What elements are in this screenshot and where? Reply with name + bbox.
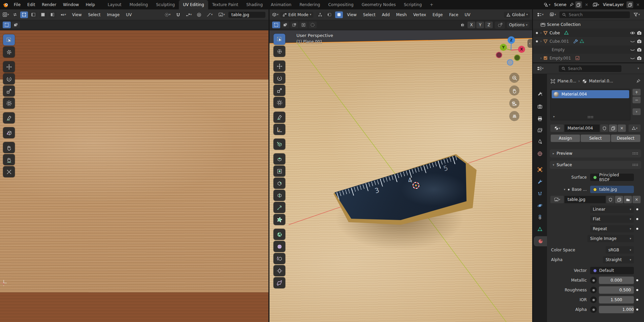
surface-panel-header[interactable]: ▾ Surface xyxy=(550,161,641,169)
properties-options-button[interactable]: ▾ xyxy=(634,65,642,72)
slot-specials-button[interactable]: ▾ xyxy=(633,108,641,115)
mirror-x-toggle[interactable]: X xyxy=(468,22,475,28)
transform-orientation-dropdown[interactable]: Global ▾ xyxy=(504,12,530,18)
image-name-field[interactable]: table.jpg xyxy=(565,196,606,203)
select-mode-edge[interactable] xyxy=(326,11,333,18)
snap-target-dropdown[interactable]: ▾ xyxy=(183,11,194,18)
uv-sync-selection-toggle[interactable] xyxy=(11,11,19,18)
eye-closed-icon[interactable] xyxy=(630,56,635,61)
tab-sculpting[interactable]: Sculpting xyxy=(152,0,179,9)
tab-uv-editing[interactable]: UV Editing xyxy=(179,0,208,9)
outliner-row-cube[interactable]: › Cube xyxy=(533,29,644,37)
scene-unlink-button[interactable]: × xyxy=(583,1,590,8)
remove-slot-button[interactable]: − xyxy=(633,97,641,103)
material-slot-selected[interactable]: Material.004 xyxy=(552,90,629,98)
tab-particles[interactable] xyxy=(533,189,547,199)
vp-tool-shrink-fatten-button[interactable] xyxy=(273,265,285,276)
source-dropdown[interactable]: Single Image▾ xyxy=(587,235,634,242)
menu-file[interactable]: File xyxy=(10,0,24,9)
gizmo-x-axis[interactable]: X xyxy=(518,46,525,53)
editor-type-button[interactable]: ▾ xyxy=(535,65,546,72)
material-name-field[interactable]: Material.004 xyxy=(565,124,600,132)
vp-menu-vertex[interactable]: Vertex xyxy=(411,12,429,17)
eye-closed-icon[interactable] xyxy=(630,47,635,52)
vp-tool-transform-button[interactable] xyxy=(273,97,285,108)
copy-material-button[interactable] xyxy=(609,124,617,132)
tab-shading[interactable]: Shading xyxy=(242,0,267,9)
perspective-toggle-button[interactable] xyxy=(509,111,519,121)
properties-search[interactable] xyxy=(559,65,621,72)
eye-closed-icon[interactable] xyxy=(630,39,635,44)
vp-tool-smooth-button[interactable] xyxy=(273,241,285,252)
tab-layout[interactable]: Layout xyxy=(104,0,126,9)
uv-menu-image[interactable]: Image xyxy=(104,12,123,17)
tab-output[interactable] xyxy=(533,114,547,124)
scene-browse-icon[interactable]: ▾ xyxy=(542,1,551,8)
select-button[interactable]: Select xyxy=(581,135,610,142)
select-mode-intersect-icon[interactable] xyxy=(309,22,317,28)
expand-arrow-icon[interactable]: › xyxy=(540,31,542,35)
tab-object[interactable] xyxy=(533,165,547,175)
viewlayer-browse-icon[interactable]: ▾ xyxy=(591,1,601,8)
camera-visibility-icon[interactable] xyxy=(637,30,642,36)
scene-new-copy-button[interactable] xyxy=(575,1,582,8)
select-mode-set-icon[interactable] xyxy=(3,22,11,28)
image-browse-button[interactable]: ▾ xyxy=(550,196,564,203)
assign-button[interactable]: Assign xyxy=(551,135,580,142)
vp-tool-poly-build-button[interactable] xyxy=(273,214,285,225)
vp-tool-measure-button[interactable] xyxy=(273,124,285,135)
uv-menu-uv[interactable]: UV xyxy=(123,12,134,17)
uv-menu-view[interactable]: View xyxy=(69,12,84,17)
outliner-row-cube-001[interactable]: › Cube.001 xyxy=(533,37,644,45)
viewlayer-name[interactable]: ViewLayer xyxy=(602,2,625,7)
ior-socket[interactable] xyxy=(590,296,597,303)
tab-animation[interactable]: Animation xyxy=(267,0,295,9)
animate-dot[interactable] xyxy=(634,309,641,311)
interpolation-dropdown[interactable]: Linear▾ xyxy=(590,206,634,213)
sidebar-collapse-handle[interactable]: ‹ xyxy=(527,39,532,48)
vp-menu-uv[interactable]: UV xyxy=(462,12,473,17)
animate-dot[interactable] xyxy=(634,228,641,230)
tab-modifiers[interactable] xyxy=(533,177,547,187)
uv-tool-pinch-button[interactable] xyxy=(3,166,15,177)
alpha-mode-dropdown[interactable]: Straight▾ xyxy=(603,256,634,263)
base-color-chip[interactable]: table.jpg xyxy=(590,186,634,193)
uv-select-mode-vertex[interactable] xyxy=(20,11,28,18)
vp-tool-rotate-button[interactable] xyxy=(273,73,285,84)
snapping-magnet-toggle[interactable] xyxy=(174,11,182,18)
vp-tool-scale-button[interactable] xyxy=(273,85,285,96)
select-mode-subtract-icon[interactable] xyxy=(290,22,298,28)
nodetree-dropdown-button[interactable]: ▾ xyxy=(629,124,641,132)
panel-grip-icon[interactable] xyxy=(632,152,638,155)
unlink-image-button[interactable]: × xyxy=(633,196,641,203)
pin-icon[interactable] xyxy=(636,79,641,83)
tab-tool[interactable] xyxy=(533,89,547,99)
gizmo-x-negative[interactable] xyxy=(496,52,502,58)
vp-tool-loop-cut-button[interactable] xyxy=(273,190,285,201)
menu-window[interactable]: Window xyxy=(60,0,82,9)
select-mode-set-icon[interactable] xyxy=(272,22,280,28)
menu-help[interactable]: Help xyxy=(82,0,98,9)
menu-edit[interactable]: Edit xyxy=(24,0,38,9)
animate-dot[interactable] xyxy=(634,208,641,210)
navigation-gizmo[interactable]: Z Y X xyxy=(494,36,532,69)
gizmo-y-axis[interactable]: Y xyxy=(500,44,507,51)
projection-dropdown[interactable]: Flat▾ xyxy=(590,215,634,223)
zoom-button[interactable] xyxy=(509,73,519,83)
select-mode-invert-icon[interactable] xyxy=(299,22,308,28)
uv-select-mode-island[interactable] xyxy=(49,11,56,18)
outliner-filter-type-button[interactable]: ▾ xyxy=(547,11,558,18)
vp-tool-extrude-region-button[interactable] xyxy=(273,153,285,165)
pivot-point-dropdown[interactable]: ▾ xyxy=(162,11,173,18)
vp-tool-annotate-button[interactable] xyxy=(273,112,285,123)
tab-physics[interactable] xyxy=(533,201,547,211)
editor-type-button[interactable]: ▾ xyxy=(271,11,279,18)
uv-menu-select[interactable]: Select xyxy=(85,12,103,17)
tab-rendering[interactable]: Rendering xyxy=(295,0,324,9)
select-mode-extend-icon[interactable] xyxy=(12,22,20,28)
breadcrumb-object[interactable]: Plane.0... xyxy=(557,79,576,83)
uv-select-mode-face[interactable] xyxy=(39,11,47,18)
expand-arrow-icon[interactable]: › xyxy=(540,56,542,60)
vp-tool-knife-button[interactable] xyxy=(273,202,285,213)
tab-texture-paint[interactable]: Texture Paint xyxy=(208,0,242,9)
